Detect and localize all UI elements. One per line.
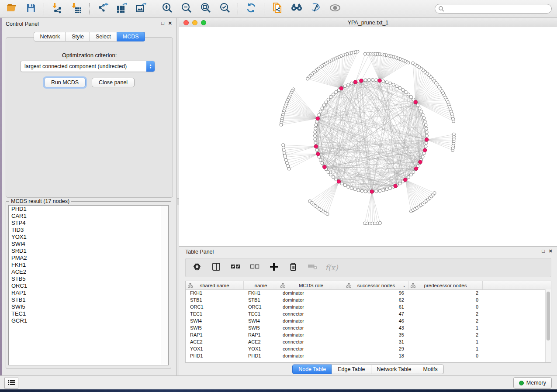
export-network-button[interactable] xyxy=(96,2,109,15)
table-cell: PHD1 xyxy=(186,353,244,358)
import-network-button[interactable] xyxy=(51,2,64,15)
mcds-result-item[interactable]: CAR1 xyxy=(9,213,168,220)
apply-function-button[interactable]: f(x) xyxy=(326,262,337,273)
run-mcds-button[interactable]: Run MCDS xyxy=(44,78,86,87)
table-row[interactable]: PHD1PHD1dominator180 xyxy=(186,352,546,359)
table-row[interactable]: SWI4SWI4dominator462 xyxy=(186,317,546,324)
search-icon xyxy=(438,6,444,14)
mcds-result-item[interactable]: STB5 xyxy=(9,275,168,282)
network-canvas[interactable] xyxy=(179,27,557,246)
select-all-rows-button[interactable] xyxy=(230,262,241,273)
refresh-button[interactable] xyxy=(245,2,258,15)
table-cell: RAP1 xyxy=(186,332,244,337)
mcds-result-item[interactable]: FKH1 xyxy=(9,261,168,268)
show-eye-button[interactable] xyxy=(329,2,342,15)
tab-edge-table[interactable]: Edge Table xyxy=(332,364,371,374)
search-network-button[interactable] xyxy=(290,2,303,15)
tab-network-table[interactable]: Network Table xyxy=(371,364,418,374)
table-cell: 43 xyxy=(344,325,408,330)
mcds-result-item[interactable]: RAP1 xyxy=(9,289,168,296)
open-file-button[interactable] xyxy=(5,2,18,15)
deselect-all-rows-button[interactable] xyxy=(249,262,260,273)
mcds-result-item[interactable]: PHD1 xyxy=(9,206,168,213)
close-panel-button[interactable]: Close panel xyxy=(92,78,135,87)
table-panel-tabs: Node TableEdge TableNetwork TableMotifs xyxy=(179,364,557,374)
hide-panels-button[interactable] xyxy=(309,2,322,15)
network-window-title: YPA_prune.txt_1 xyxy=(348,20,389,26)
add-column-button[interactable] xyxy=(269,262,279,273)
table-cell: ACE2 xyxy=(244,339,278,344)
clone-network-button[interactable] xyxy=(271,2,284,15)
mcds-result-item[interactable]: GCR1 xyxy=(9,317,168,324)
export-image-button[interactable] xyxy=(135,2,148,15)
mcds-result-item[interactable]: STP4 xyxy=(9,220,168,227)
table-cell: 96 xyxy=(344,290,408,296)
criterion-select[interactable]: largest connected component (undirected)… xyxy=(20,61,155,72)
node-table: shared namenameMCDS rolesuccessor nodes⌄… xyxy=(185,281,551,363)
close-traffic-light[interactable] xyxy=(183,20,189,25)
table-row[interactable]: ORC1ORC1dominator610 xyxy=(186,303,546,310)
zoom-traffic-light[interactable] xyxy=(201,20,206,25)
mcds-result-item[interactable]: SWI5 xyxy=(9,303,168,310)
delete-table-button[interactable] xyxy=(307,262,318,273)
save-session-button[interactable] xyxy=(24,2,38,15)
column-header-name[interactable]: name xyxy=(244,281,278,289)
table-row[interactable]: ACE2ACE2connector311 xyxy=(186,338,546,345)
tab-style[interactable]: Style xyxy=(66,32,90,41)
mcds-result-item[interactable]: SRD1 xyxy=(9,248,168,254)
table-row[interactable]: TEC1TEC1connector472 xyxy=(186,310,546,317)
import-table-icon xyxy=(71,2,82,15)
table-cell: ACE2 xyxy=(186,339,244,344)
zoom-fit-button[interactable] xyxy=(199,2,212,15)
table-settings-button[interactable] xyxy=(192,262,202,273)
mcds-result-item[interactable]: ORC1 xyxy=(9,282,168,289)
column-header-successor-nodes[interactable]: successor nodes⌄ xyxy=(344,281,408,289)
memory-button-label: Memory xyxy=(526,380,546,386)
mcds-result-item[interactable]: TEC1 xyxy=(9,310,168,317)
table-scrollbar[interactable] xyxy=(545,289,551,362)
control-panel-close-icon[interactable]: ✕ xyxy=(168,21,172,26)
table-row[interactable]: FKH1FKH1dominator962 xyxy=(186,289,546,296)
mcds-result-list[interactable]: PHD1CAR1STP4TID3YOX1SWI4SRD1PMA2FKH1ACE2… xyxy=(8,205,169,365)
table-panel-minimize-icon[interactable]: □ xyxy=(542,248,545,254)
mcds-result-item[interactable]: PMA2 xyxy=(9,254,168,261)
import-table-button[interactable] xyxy=(70,2,83,15)
table-row[interactable]: STB1STB1dominator620 xyxy=(186,296,546,303)
tab-mcds[interactable]: MCDS xyxy=(117,32,145,41)
memory-button[interactable]: Memory xyxy=(513,377,552,389)
column-header-predecessor-nodes[interactable]: predecessor nodes xyxy=(408,281,483,289)
refresh-icon xyxy=(246,2,257,15)
control-panel-minimize-icon[interactable]: □ xyxy=(161,21,164,26)
task-history-button[interactable] xyxy=(4,378,18,389)
delete-column-button[interactable] xyxy=(288,262,298,273)
tab-select[interactable]: Select xyxy=(90,32,117,41)
show-columns-button[interactable] xyxy=(211,262,221,273)
minimize-traffic-light[interactable] xyxy=(192,20,197,25)
search-input[interactable] xyxy=(435,4,552,14)
column-header-shared-name[interactable]: shared name xyxy=(186,281,244,289)
mcds-result-item[interactable]: ACE2 xyxy=(9,268,168,275)
zoom-selected-button[interactable] xyxy=(218,2,232,15)
zoom-out-button[interactable] xyxy=(180,2,193,15)
tab-motifs[interactable]: Motifs xyxy=(417,364,443,374)
control-panel: Control Panel □ ✕ NetworkStyleSelectMCDS… xyxy=(2,18,177,376)
column-header-MCDS-role[interactable]: MCDS role xyxy=(278,281,344,289)
toolbar-separator xyxy=(154,3,155,14)
export-table-button[interactable] xyxy=(115,2,128,15)
mcds-result-item[interactable]: SWI4 xyxy=(9,241,168,248)
table-row[interactable]: YOX1YOX1connector291 xyxy=(186,345,546,352)
zoom-in-button[interactable] xyxy=(161,2,174,15)
list-scrollbar[interactable] xyxy=(162,206,168,364)
mcds-result-item[interactable]: STB1 xyxy=(9,296,168,303)
table-row[interactable]: SWI5SWI5connector431 xyxy=(186,324,546,331)
tab-network[interactable]: Network xyxy=(34,32,66,41)
mcds-result-item[interactable]: TID3 xyxy=(9,227,168,234)
mcds-result-item[interactable]: YOX1 xyxy=(9,234,168,241)
network-window: YPA_prune.txt_1 xyxy=(179,18,557,246)
scrollbar-thumb[interactable] xyxy=(547,292,550,340)
tab-node-table[interactable]: Node Table xyxy=(292,364,332,374)
table-row[interactable]: RAP1RAP1dominator352 xyxy=(186,331,546,338)
table-cell: 29 xyxy=(344,346,408,351)
network-window-titlebar[interactable]: YPA_prune.txt_1 xyxy=(179,18,557,28)
table-panel-close-icon[interactable]: ✕ xyxy=(549,248,553,254)
